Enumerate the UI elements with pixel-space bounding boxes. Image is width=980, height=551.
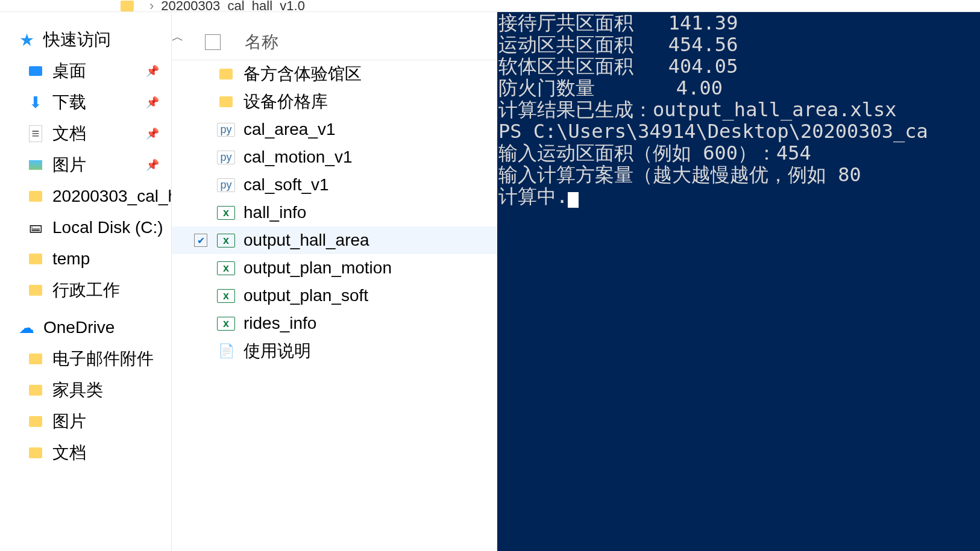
sidebar-item-label: 文档 — [52, 122, 86, 145]
chevron-up-icon[interactable]: ︿ — [172, 29, 184, 45]
sidebar-item-桌面[interactable]: 桌面📌 — [0, 55, 171, 87]
doc-icon: ≡ — [27, 125, 44, 142]
file-row[interactable]: 备方含体验馆区 — [172, 60, 497, 88]
sidebar-onedrive-label: OneDrive — [43, 318, 115, 337]
sidebar-item-文档[interactable]: ≡文档📌 — [0, 118, 171, 149]
breadcrumb-sep-icon: › — [149, 0, 154, 12]
python-icon: py — [217, 123, 235, 137]
file-name: rides_info — [243, 314, 316, 333]
folder-icon — [27, 188, 44, 205]
terminal-output-line: 接待厅共区面积 141.39 — [498, 12, 979, 34]
file-row[interactable]: xhall_info — [172, 199, 497, 226]
file-row[interactable]: ✔xoutput_hall_area — [172, 226, 497, 254]
folder-icon — [27, 350, 44, 367]
sidebar-item-label: 下载 — [52, 91, 86, 114]
text-icon: 📄 — [217, 343, 235, 359]
file-row[interactable]: pycal_motion_v1 — [172, 143, 497, 171]
terminal-input-scheme: 输入计算方案量（越大越慢越优，例如 80 — [498, 164, 979, 185]
sidebar-quick-access[interactable]: ★ 快速访问 — [0, 24, 171, 55]
file-row[interactable]: xoutput_plan_soft — [172, 282, 497, 310]
sidebar-item-行政工作[interactable]: 行政工作 — [0, 275, 171, 306]
python-icon: py — [217, 178, 235, 192]
file-row[interactable]: pycal_area_v1 — [172, 116, 497, 143]
select-all-checkbox[interactable] — [205, 34, 221, 50]
folder-icon — [217, 96, 235, 107]
file-name: output_plan_soft — [243, 286, 368, 305]
sidebar-item-20200303_cal_h[interactable]: 20200303_cal_h — [0, 181, 171, 212]
explorer-pane: ★ 快速访问 桌面📌⬇下载📌≡文档📌图片📌20200303_cal_h🖴Loca… — [0, 12, 497, 551]
sidebar-item-Local Disk (C:)[interactable]: 🖴Local Disk (C:) — [0, 212, 171, 243]
excel-icon: x — [217, 289, 235, 303]
file-name: 设备价格库 — [243, 90, 328, 113]
sidebar-item-电子邮件附件[interactable]: 电子邮件附件 — [0, 343, 171, 375]
excel-icon: x — [217, 261, 235, 275]
sidebar-item-文档[interactable]: 文档 — [0, 437, 171, 469]
sidebar-onedrive[interactable]: ☁ OneDrive — [0, 312, 171, 343]
breadcrumb-bar: › 20200303_cal_hall_v1.0 — [0, 0, 980, 12]
file-name: 使用说明 — [243, 340, 311, 363]
file-list: ︿ 名称 备方含体验馆区设备价格库pycal_area_v1pycal_moti… — [172, 12, 497, 551]
file-name: cal_soft_v1 — [243, 175, 329, 195]
powershell-terminal[interactable]: 接待厅共区面积 141.39运动区共区面积 454.56软体区共区面积 404.… — [497, 12, 980, 551]
sidebar-item-图片[interactable]: 图片 — [0, 406, 171, 437]
star-icon: ★ — [18, 31, 35, 48]
excel-icon: x — [217, 234, 235, 247]
desktop-icon — [27, 63, 44, 79]
sidebar: ★ 快速访问 桌面📌⬇下载📌≡文档📌图片📌20200303_cal_h🖴Loca… — [0, 12, 172, 551]
breadcrumb-folder-icon — [121, 1, 134, 11]
terminal-output-line: 运动区共区面积 454.56 — [498, 34, 979, 55]
folder-icon — [217, 69, 235, 79]
file-row[interactable]: xoutput_plan_motion — [172, 254, 497, 282]
sidebar-item-label: 行政工作 — [52, 279, 120, 302]
cloud-icon: ☁ — [18, 319, 35, 336]
file-row[interactable]: xrides_info — [172, 310, 497, 337]
sidebar-item-下载[interactable]: ⬇下载📌 — [0, 87, 171, 118]
file-name: output_plan_motion — [243, 258, 392, 278]
sidebar-item-temp[interactable]: temp — [0, 243, 171, 275]
sidebar-item-label: 桌面 — [52, 60, 86, 82]
cursor-icon — [568, 192, 579, 208]
hdd-icon: 🖴 — [27, 219, 44, 236]
folder-icon — [27, 382, 44, 399]
pin-icon: 📌 — [146, 64, 159, 78]
row-checkbox[interactable]: ✔ — [194, 234, 207, 247]
folder-icon — [27, 251, 44, 267]
sidebar-item-图片[interactable]: 图片📌 — [0, 149, 171, 181]
excel-icon: x — [217, 206, 235, 220]
sidebar-item-label: 文档 — [52, 441, 86, 464]
sidebar-item-label: temp — [52, 249, 90, 269]
file-name: cal_motion_v1 — [243, 148, 353, 167]
pin-icon: 📌 — [146, 158, 159, 172]
sidebar-quick-access-label: 快速访问 — [43, 28, 111, 51]
sidebar-item-label: 图片 — [52, 410, 86, 433]
column-name-header[interactable]: 名称 — [245, 31, 278, 54]
folder-icon — [27, 444, 44, 461]
file-name: cal_area_v1 — [243, 120, 336, 139]
pin-icon: 📌 — [146, 96, 159, 109]
python-icon: py — [217, 151, 235, 164]
pic-icon — [27, 157, 44, 173]
excel-icon: x — [217, 317, 235, 331]
sidebar-item-label: 电子邮件附件 — [52, 347, 154, 370]
file-row[interactable]: 设备价格库 — [172, 88, 497, 116]
terminal-output-line: 软体区共区面积 404.05 — [498, 55, 979, 77]
file-name: hall_info — [243, 203, 306, 222]
sidebar-item-label: 家具类 — [52, 379, 103, 402]
terminal-result-msg: 计算结果已生成：output_hall_area.xlsx — [498, 99, 979, 120]
terminal-computing: 计算中. — [498, 185, 979, 208]
terminal-prompt-path: PS C:\Users\34914\Desktop\20200303_ca — [498, 120, 979, 142]
file-row[interactable]: 📄使用说明 — [172, 337, 497, 365]
file-name: 备方含体验馆区 — [243, 63, 362, 86]
sidebar-item-label: 20200303_cal_h — [52, 187, 171, 206]
file-row[interactable]: pycal_soft_v1 — [172, 171, 497, 199]
list-header: 名称 — [172, 24, 497, 60]
file-name: output_hall_area — [243, 231, 369, 250]
sidebar-item-家具类[interactable]: 家具类 — [0, 375, 171, 406]
folder-icon — [27, 413, 44, 430]
download-icon: ⬇ — [27, 94, 44, 111]
sidebar-item-label: 图片 — [52, 154, 86, 176]
pin-icon: 📌 — [146, 127, 159, 140]
terminal-input-area: 输入运动区面积（例如 600）：454 — [498, 142, 979, 164]
sidebar-item-label: Local Disk (C:) — [52, 218, 163, 237]
breadcrumb-label[interactable]: 20200303_cal_hall_v1.0 — [161, 0, 305, 12]
